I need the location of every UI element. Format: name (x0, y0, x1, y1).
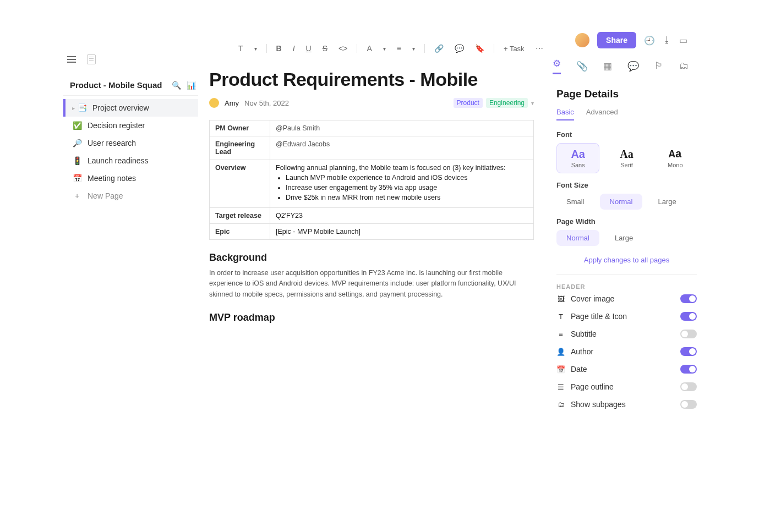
font-sans[interactable]: Aa Sans (556, 143, 599, 173)
toggle-page-title: TPage title & Icon (556, 308, 697, 325)
page-title[interactable]: Product Requirements - Mobile (209, 69, 534, 90)
link-button[interactable]: 🔗 (433, 43, 445, 54)
right-panel-tabs: ⚙ 📎 ▦ 💬 🏳 🗂 (553, 58, 689, 80)
chevron-down-icon[interactable]: ▾ (411, 45, 417, 53)
size-small[interactable]: Small (556, 194, 594, 210)
subtab-advanced[interactable]: Advanced (586, 108, 618, 120)
overview-intro: Following annual planning, the Mobile te… (276, 164, 506, 172)
subtitle-icon: ≡ (556, 330, 565, 338)
panel-title: Page Details (556, 88, 697, 100)
page-title-switch[interactable] (680, 312, 697, 321)
bookmark-button[interactable]: 🔖 (473, 43, 486, 54)
divider (357, 44, 357, 53)
tab-info[interactable]: 🗂 (679, 61, 689, 72)
tab-comments[interactable]: 💬 (627, 61, 639, 72)
size-large[interactable]: Large (648, 194, 686, 210)
history-icon[interactable]: 🕘 (644, 35, 655, 46)
outline-switch[interactable] (680, 382, 697, 391)
overview-item: Launch MVP mobile experience to Android … (286, 174, 528, 182)
sidebar-item-decision-register[interactable]: ✅ Decision register (63, 117, 198, 134)
apply-all-link[interactable]: Apply changes to all pages (556, 256, 697, 264)
plus-icon: + (72, 191, 82, 200)
more-button[interactable]: ⋯ (534, 43, 545, 54)
sidebar-item-user-research[interactable]: 🔎 User research (63, 134, 198, 152)
page-width-section-label: Page Width (556, 217, 697, 226)
text-style-button[interactable]: T (237, 43, 245, 54)
divider (266, 44, 267, 53)
font-section-label: Font (556, 130, 697, 139)
doc-meta: Amy Nov 5th, 2022 Product Engineering ▾ (209, 98, 534, 108)
cover-image-switch[interactable] (680, 294, 697, 303)
date-icon: 📅 (556, 365, 565, 374)
epic-value[interactable]: [Epic - MVP Mobile Launch] (270, 224, 534, 240)
width-large[interactable]: Large (605, 230, 643, 246)
export-icon[interactable]: ⭳ (663, 35, 671, 45)
toggle-subtitle: ≡Subtitle (556, 325, 697, 343)
tab-relations[interactable]: ▦ (603, 61, 612, 72)
new-page-label: New Page (88, 191, 123, 200)
align-button[interactable]: ≡ (395, 43, 403, 54)
sidebar-item-project-overview[interactable]: ▸ 📑 Project overview (63, 99, 198, 117)
mention-eng-lead[interactable]: @Edward Jacobs (276, 140, 330, 148)
tab-activity[interactable]: 🏳 (654, 61, 664, 72)
menu-toggle-icon[interactable] (67, 56, 76, 63)
editor-toolbar: T ▾ B I U S <> A ▾ ≡ ▾ 🔗 💬 🔖 + Task ⋯ (237, 43, 545, 54)
table-label: PM Owner (210, 120, 270, 136)
font-serif[interactable]: Aa Serif (605, 143, 648, 173)
background-body[interactable]: In order to increase user acquisition op… (209, 268, 534, 300)
tag-dropdown-icon[interactable]: ▾ (531, 100, 534, 106)
overview-cell[interactable]: Following annual planning, the Mobile te… (270, 160, 534, 208)
sidebar: Product - Mobile Squad 🔍 📊 ▸ 📑 Project o… (63, 77, 198, 205)
subtab-basic[interactable]: Basic (556, 108, 574, 120)
sidebar-item-meeting-notes[interactable]: 📅 Meeting notes (63, 169, 198, 187)
underline-button[interactable]: U (304, 43, 313, 54)
sidebar-item-label: Meeting notes (88, 174, 136, 183)
user-avatar[interactable] (575, 33, 589, 47)
sidebar-item-launch-readiness[interactable]: 🚦 Launch readiness (63, 152, 198, 169)
search-icon[interactable]: 🔍 (172, 81, 181, 90)
tag-product[interactable]: Product (454, 98, 483, 108)
size-normal[interactable]: Normal (600, 194, 643, 210)
chevron-down-icon[interactable]: ▾ (381, 45, 387, 53)
document-icon (87, 54, 96, 64)
add-task-button[interactable]: + Task (502, 43, 526, 54)
width-normal[interactable]: Normal (556, 230, 599, 246)
new-page-button[interactable]: + New Page (63, 187, 198, 205)
font-size-section-label: Font Size (556, 181, 697, 189)
subpages-switch[interactable] (680, 400, 697, 409)
mention-pm-owner[interactable]: @Paula Smith (276, 124, 320, 132)
table-label: Epic (210, 224, 270, 240)
divider (494, 44, 494, 53)
image-icon: 🖼 (556, 295, 565, 303)
overview-item: Drive $25k in new MRR from net new mobil… (286, 194, 528, 201)
italic-button[interactable]: I (291, 43, 297, 54)
subpages-icon: 🗂 (556, 401, 565, 409)
tab-settings[interactable]: ⚙ (553, 58, 561, 74)
board-icon[interactable]: 📊 (187, 81, 196, 90)
bold-button[interactable]: B (275, 43, 283, 54)
page-icon: 🚦 (72, 156, 82, 165)
code-button[interactable]: <> (337, 43, 349, 54)
table-label: Engineering Lead (210, 136, 270, 160)
share-button[interactable]: Share (597, 32, 636, 48)
target-release-value[interactable]: Q2'FY23 (270, 208, 534, 224)
comment-button[interactable]: 💬 (453, 43, 466, 54)
templates-icon[interactable]: ▭ (679, 35, 687, 46)
page-icon: 📅 (72, 174, 82, 183)
title-icon: T (556, 312, 565, 321)
date-switch[interactable] (680, 365, 697, 374)
overview-item: Increase user engagement by 35% via app … (286, 184, 528, 191)
toggle-cover-image: 🖼Cover image (556, 290, 697, 308)
text-color-button[interactable]: A (365, 43, 373, 54)
author-switch[interactable] (680, 347, 697, 356)
chevron-down-icon[interactable]: ▾ (253, 45, 259, 53)
sidebar-item-label: Project overview (92, 103, 149, 112)
author-name: Amy (225, 99, 239, 107)
subtitle-switch[interactable] (680, 330, 697, 338)
tab-attachments[interactable]: 📎 (576, 61, 588, 72)
font-mono[interactable]: Aa Mono (654, 143, 697, 173)
tag-engineering[interactable]: Engineering (486, 98, 528, 108)
roadmap-heading: MVP roadmap (209, 312, 534, 323)
strikethrough-button[interactable]: S (321, 43, 329, 54)
page-icon: ✅ (72, 121, 82, 130)
